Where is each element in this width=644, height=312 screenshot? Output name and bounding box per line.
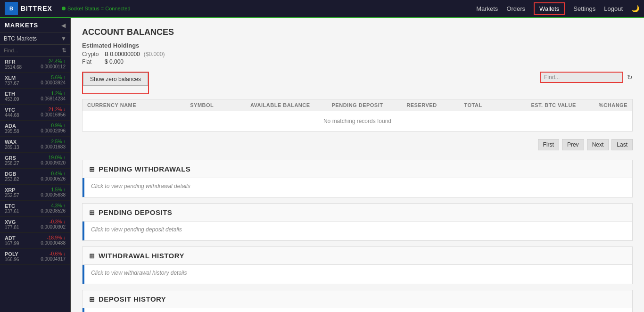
coin-btc: 0.00208526 (41, 208, 66, 213)
coin-item[interactable]: XVG 177.81 -0.3% ↓ 0.00000302 (0, 217, 70, 233)
no-records-message: No matching records found (83, 111, 632, 131)
last-page-button[interactable]: Last (611, 139, 633, 150)
coin-price: 453.09 (5, 97, 19, 102)
crypto-sub: ($0.000) (144, 51, 165, 57)
col-reserved: RESERVED (396, 102, 447, 108)
nav-markets[interactable]: Markets (476, 5, 498, 12)
dark-mode-icon[interactable]: 🌙 (631, 5, 639, 12)
coin-price: 252.57 (5, 193, 19, 198)
coin-price: 1514.68 (5, 65, 22, 70)
coin-item[interactable]: ADA 395.58 0.9% ↑ 0.00002096 (0, 121, 70, 137)
coin-price: 167.99 (5, 241, 19, 246)
pending-withdrawals-title: PENDING WITHDRAWALS (99, 165, 190, 173)
sidebar-header: MARKETS ◀ (0, 18, 70, 33)
deposit-history-header[interactable]: ⊞ DEPOSIT HISTORY (83, 290, 632, 308)
balances-table: CURRENCY NAME SYMBOL AVAILABLE BALANCE P… (82, 99, 633, 131)
pending-deposits-section: ⊞ PENDING DEPOSITS Click to view pending… (82, 203, 633, 241)
coin-price: 444.68 (5, 113, 19, 118)
coin-name: WAX (5, 139, 19, 145)
col-currency-name: CURRENCY NAME (87, 102, 190, 108)
prev-page-button[interactable]: Prev (562, 139, 584, 150)
coin-change: 2.5% ↑ (41, 139, 66, 144)
nav-logout[interactable]: Logout (604, 5, 623, 12)
table-header: CURRENCY NAME SYMBOL AVAILABLE BALANCE P… (83, 99, 632, 111)
coin-price: 177.81 (5, 225, 19, 230)
coin-btc: 0.00000526 (41, 176, 66, 181)
coin-item[interactable]: ETC 237.61 4.3% ↑ 0.00208526 (0, 201, 70, 217)
coin-item[interactable]: WAX 289.13 2.5% ↑ 0.00001683 (0, 137, 70, 153)
coin-btc: 0.00000112 (41, 64, 66, 69)
coin-list: RFR 1514.68 24.4% ↑ 0.00000112 XLM 737.6… (0, 57, 70, 312)
first-page-button[interactable]: First (538, 139, 559, 150)
coin-change: 4.3% ↑ (41, 203, 66, 208)
expand-icon: ⊞ (89, 209, 95, 216)
withdrawal-history-header[interactable]: ⊞ WITHDRAWAL HISTORY (83, 247, 632, 265)
coin-item[interactable]: DGB 253.82 0.4% ↑ 0.00000526 (0, 169, 70, 185)
expand-icon: ⊞ (89, 296, 95, 303)
show-zero-balances-button[interactable]: Show zero balances (83, 73, 148, 86)
coin-item[interactable]: ADT 167.99 -18.9% ↓ 0.00000488 (0, 233, 70, 249)
withdrawal-history-title: WITHDRAWAL HISTORY (99, 252, 184, 260)
coin-btc: 0.00004917 (41, 256, 66, 262)
coin-change: 5.6% ↑ (41, 75, 66, 80)
fiat-value: $ 0.000 (105, 58, 124, 65)
col-pending: PENDING DEPOSIT (319, 102, 396, 108)
coin-price: 395.58 (5, 129, 19, 134)
nav-orders[interactable]: Orders (506, 5, 525, 12)
coin-price: 289.13 (5, 145, 19, 150)
coin-name: ADA (5, 123, 19, 129)
pending-deposits-header[interactable]: ⊞ PENDING DEPOSITS (83, 204, 632, 222)
coin-change: 0.4% ↑ (41, 171, 66, 176)
next-page-button[interactable]: Next (587, 139, 609, 150)
account-balances-title: ACCOUNT BALANCES (82, 27, 633, 37)
socket-status: Socket Status = Connected (62, 6, 131, 11)
coin-item[interactable]: POLY 166.96 -0.6% ↓ 0.00004917 (0, 249, 70, 265)
coin-btc: 0.00005638 (41, 192, 66, 197)
coin-item[interactable]: ETH 453.09 1.2% ↑ 0.06814234 (0, 89, 70, 105)
col-btc-value: EST. BTC VALUE (499, 102, 576, 108)
top-nav: B BITTREX Socket Status = Connected Mark… (0, 0, 644, 18)
fiat-row: Fiat $ 0.000 (82, 58, 633, 65)
sidebar-title: MARKETS (5, 22, 38, 29)
estimated-holdings: Estimated Holdings Crypto Ƀ 0.00000000 (… (82, 42, 633, 65)
coin-btc: 0.00000302 (41, 224, 66, 230)
coin-price: 166.96 (5, 257, 19, 262)
coin-change: 19.0% ↑ (41, 155, 66, 160)
nav-links: Markets Orders Wallets Settings Logout 🌙 (476, 2, 639, 15)
pending-withdrawals-header[interactable]: ⊞ PENDING WITHDRAWALS (83, 160, 632, 178)
market-selector[interactable]: BTC Markets ▼ (0, 33, 70, 45)
find-input[interactable] (544, 74, 619, 81)
col-change: %CHANGE (576, 102, 627, 108)
coin-name: ADT (5, 235, 19, 241)
find-input-wrap (540, 72, 623, 83)
sidebar-sort-icon[interactable]: ⇅ (62, 47, 66, 54)
expand-icon: ⊞ (89, 252, 95, 260)
coin-btc: 0.00016956 (41, 112, 66, 117)
socket-dot-icon (62, 7, 66, 10)
logo-icon: B (5, 2, 18, 15)
coin-item[interactable]: RFR 1514.68 24.4% ↑ 0.00000112 (0, 57, 70, 73)
coin-item[interactable]: GRS 258.27 19.0% ↑ 0.00009020 (0, 153, 70, 169)
coin-btc: 0.00000488 (41, 240, 66, 246)
coin-item[interactable]: VTC 444.68 -21.2% ↓ 0.00016956 (0, 105, 70, 121)
expand-icon: ⊞ (89, 165, 95, 173)
coin-item[interactable]: XRP 252.57 1.5% ↑ 0.00005638 (0, 185, 70, 201)
coin-item[interactable]: XLM 737.67 5.6% ↑ 0.00003924 (0, 73, 70, 89)
col-total: TOTAL (447, 102, 499, 108)
crypto-value: Ƀ 0.00000000 (105, 51, 140, 57)
sidebar-collapse-btn[interactable]: ◀ (61, 22, 66, 29)
sidebar-search-input[interactable] (4, 48, 60, 53)
pending-deposits-body: Click to view pending deposit details (83, 222, 632, 240)
coin-price: 737.67 (5, 81, 19, 86)
coin-change: 0.9% ↑ (41, 123, 66, 128)
market-selector-label: BTC Markets (4, 35, 37, 42)
nav-settings[interactable]: Settings (573, 5, 595, 12)
coin-btc: 0.00009020 (41, 160, 66, 165)
nav-wallets[interactable]: Wallets (534, 2, 565, 15)
coin-change: 1.5% ↑ (41, 187, 66, 192)
coin-name: RFR (5, 59, 22, 65)
refresh-icon[interactable]: ↻ (627, 74, 633, 81)
coin-change: 24.4% ↑ (41, 59, 66, 64)
coin-change: -21.2% ↓ (41, 107, 66, 112)
coin-change: -0.3% ↓ (41, 219, 66, 224)
